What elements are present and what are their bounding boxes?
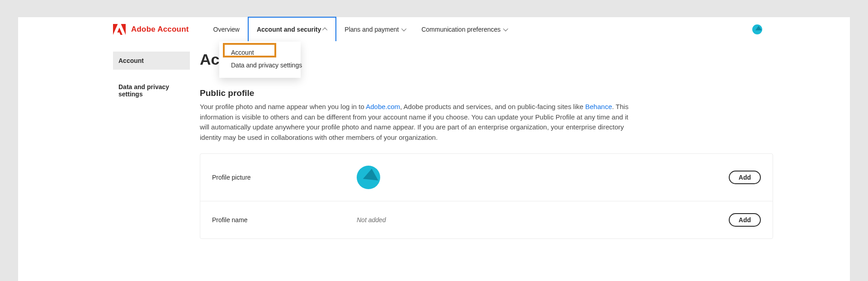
nav-communication-preferences[interactable]: Communication preferences — [413, 17, 515, 42]
desc-text: Your profile photo and name appear when … — [200, 103, 366, 110]
public-profile-card: Profile picture Add Profile name Not add… — [200, 153, 773, 239]
row-label: Profile name — [212, 216, 357, 224]
profile-picture-icon — [357, 166, 380, 189]
app-container: Adobe Account Overview Account and secur… — [18, 17, 850, 281]
sidebar: Account Data and privacy settings — [113, 52, 190, 239]
nav-account-security[interactable]: Account and security — [248, 17, 336, 41]
sidebar-item-account[interactable]: Account — [113, 52, 190, 70]
body: Account Data and privacy settings Acc Pu… — [18, 42, 850, 239]
brand-title: Adobe Account — [131, 25, 189, 34]
add-profile-picture-button[interactable]: Add — [729, 171, 761, 184]
link-behance[interactable]: Behance — [585, 103, 612, 110]
main: Acc Public profile Your profile photo an… — [200, 52, 773, 239]
chevron-down-icon — [503, 26, 508, 31]
avatar[interactable] — [752, 24, 762, 34]
card-row-profile-picture: Profile picture Add — [200, 154, 773, 201]
page-outer: Adobe Account Overview Account and secur… — [0, 0, 868, 281]
row-value: Not added — [357, 216, 729, 224]
link-adobe-com[interactable]: Adobe.com — [366, 103, 400, 110]
account-security-dropdown: Account Data and privacy settings — [219, 42, 301, 78]
svg-marker-2 — [117, 28, 123, 35]
chevron-down-icon — [401, 26, 406, 31]
nav-label: Overview — [213, 26, 240, 33]
row-actions: Add — [729, 213, 761, 227]
card-row-profile-name: Profile name Not added Add — [200, 201, 773, 238]
chevron-up-icon — [322, 28, 327, 33]
dropdown-item-data-privacy[interactable]: Data and privacy settings — [219, 59, 301, 71]
nav-label: Account and security — [257, 26, 321, 33]
dropdown-item-account[interactable]: Account — [219, 46, 301, 59]
nav: Overview Account and security Plans and … — [205, 17, 515, 42]
svg-marker-0 — [113, 24, 118, 35]
sidebar-item-data-privacy[interactable]: Data and privacy settings — [113, 78, 190, 103]
nav-plans-payment[interactable]: Plans and payment — [336, 17, 413, 42]
section-heading-public-profile: Public profile — [200, 88, 773, 98]
section-description: Your profile photo and name appear when … — [200, 102, 634, 143]
row-label: Profile picture — [212, 174, 357, 181]
row-actions: Add — [729, 171, 761, 184]
brand[interactable]: Adobe Account — [18, 17, 205, 42]
adobe-logo-icon — [113, 24, 126, 35]
row-value — [357, 166, 729, 189]
header: Adobe Account Overview Account and secur… — [18, 17, 850, 42]
nav-label: Communication preferences — [421, 26, 500, 33]
desc-text: , Adobe products and services, and on pu… — [400, 103, 585, 110]
nav-overview[interactable]: Overview — [205, 17, 248, 42]
nav-label: Plans and payment — [344, 26, 399, 33]
add-profile-name-button[interactable]: Add — [729, 213, 761, 227]
